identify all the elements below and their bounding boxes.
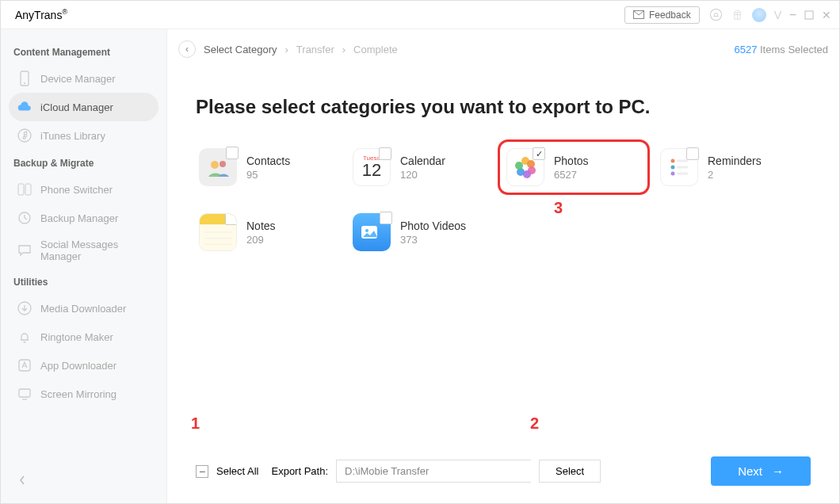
svg-rect-25 [677, 173, 688, 175]
close-icon[interactable]: ✕ [822, 9, 831, 21]
checkbox-icon: ✓ [533, 147, 545, 160]
notes-icon [199, 213, 237, 251]
sidebar-item-screen-mirroring[interactable]: Screen Mirroring [9, 380, 158, 408]
checkbox-icon [380, 212, 392, 224]
svg-rect-7 [25, 184, 31, 195]
annotation-2: 2 [530, 414, 539, 433]
cloud-icon [17, 99, 32, 115]
svg-rect-6 [18, 184, 24, 195]
checkbox-icon [686, 147, 699, 160]
switch-icon [17, 181, 32, 197]
category-grid: Contacts 95 Tuesd 12 Calendar 120 [196, 145, 798, 254]
breadcrumb-step: Complete [353, 44, 398, 55]
back-button[interactable]: ‹ [178, 40, 196, 58]
svg-point-24 [671, 172, 675, 176]
category-contacts[interactable]: Contacts 95 [196, 145, 337, 189]
svg-rect-11 [19, 389, 30, 397]
photos-icon: ✓ [506, 148, 544, 186]
bell-outline-icon[interactable] [709, 8, 723, 21]
arrow-right-icon: → [772, 464, 784, 478]
maximize-icon[interactable] [804, 10, 814, 20]
svg-point-1 [710, 9, 721, 20]
items-selected: 6527 Items Selected [734, 44, 828, 55]
select-all-label: Select All [216, 465, 258, 477]
svg-rect-21 [677, 160, 688, 162]
photo-videos-icon [353, 213, 391, 251]
user-avatar[interactable] [752, 8, 766, 22]
bell-icon [17, 329, 32, 345]
sidebar-item-icloud-manager[interactable]: iCloud Manager [9, 93, 158, 121]
page-title: Please select categories you want to exp… [196, 96, 811, 118]
breadcrumb: ‹ Select Category › Transfer › Complete … [167, 29, 839, 64]
sidebar-item-device-manager[interactable]: Device Manager [9, 64, 158, 93]
footer-bar: − Select All Export Path: Select Next → [167, 444, 839, 504]
next-button[interactable]: Next → [711, 456, 811, 486]
checkbox-icon [225, 213, 237, 225]
sidebar: Content Management Device Manager iCloud… [1, 29, 167, 504]
device-icon [17, 71, 32, 86]
backup-icon [17, 210, 32, 226]
export-path-input[interactable] [336, 460, 531, 483]
svg-point-32 [365, 229, 368, 232]
svg-point-12 [211, 161, 219, 169]
svg-rect-27 [200, 224, 236, 250]
category-photo-videos[interactable]: Photo Videos 373 [349, 210, 491, 254]
checkbox-icon [226, 147, 239, 159]
gift-icon[interactable] [731, 8, 744, 21]
export-path-label: Export Path: [271, 465, 328, 477]
svg-rect-2 [805, 11, 813, 19]
annotation-1: 1 [191, 414, 200, 433]
app-icon [17, 357, 32, 373]
sidebar-item-itunes-library[interactable]: iTunes Library [9, 121, 158, 150]
sidebar-item-ringtone-maker[interactable]: Ringtone Maker [9, 323, 158, 351]
breadcrumb-step: Transfer [296, 44, 334, 55]
breadcrumb-step[interactable]: Select Category [204, 44, 277, 55]
sidebar-group-label: Content Management [13, 47, 154, 58]
sidebar-group-label: Utilities [13, 277, 154, 288]
download-icon [17, 300, 32, 316]
sidebar-item-media-downloader[interactable]: Media Downloader [9, 294, 158, 323]
svg-point-13 [220, 161, 226, 167]
contacts-icon [199, 148, 237, 186]
app-title: AnyTrans® [15, 8, 67, 21]
mirror-icon [17, 386, 32, 402]
sidebar-group-label: Backup & Migrate [13, 158, 154, 169]
select-path-button[interactable]: Select [539, 460, 601, 483]
svg-point-19 [515, 162, 523, 170]
sidebar-item-app-downloader[interactable]: App Downloader [9, 351, 158, 380]
main-panel: ‹ Select Category › Transfer › Complete … [167, 29, 839, 504]
svg-point-20 [671, 159, 675, 163]
chat-icon [17, 242, 32, 258]
svg-point-22 [671, 166, 675, 170]
sidebar-item-phone-switcher[interactable]: Phone Switcher [9, 175, 158, 204]
category-photos[interactable]: ✓ Photos 6527 [503, 145, 644, 189]
select-all-checkbox[interactable]: − [196, 465, 208, 478]
chevron-down-icon[interactable]: ⋁ [774, 10, 781, 20]
category-calendar[interactable]: Tuesd 12 Calendar 120 [349, 145, 491, 189]
sidebar-item-backup-manager[interactable]: Backup Manager [9, 204, 158, 232]
reminders-icon [660, 148, 698, 186]
chevron-left-icon [18, 475, 26, 486]
minimize-icon[interactable]: − [789, 8, 796, 22]
calendar-icon: Tuesd 12 [353, 148, 391, 186]
mail-icon [633, 10, 644, 19]
svg-point-4 [24, 82, 25, 84]
sidebar-item-social-messages[interactable]: Social Messages Manager [9, 232, 158, 269]
checkbox-icon [379, 147, 391, 160]
title-bar: AnyTrans® Feedback ⋁ − ✕ [1, 1, 839, 29]
category-reminders[interactable]: Reminders 2 [657, 145, 798, 189]
feedback-button[interactable]: Feedback [624, 6, 700, 24]
sidebar-collapse[interactable] [9, 465, 158, 495]
svg-rect-23 [677, 166, 688, 169]
category-notes[interactable]: Notes 209 [196, 210, 337, 254]
music-icon [17, 128, 32, 143]
